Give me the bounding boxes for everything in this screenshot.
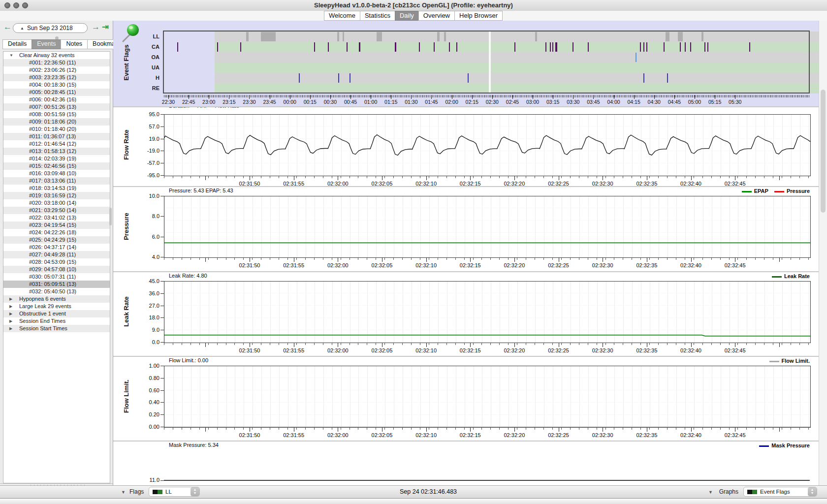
tree-item-row[interactable]: #012: 01:46:54 (12) bbox=[3, 140, 110, 148]
sidebar-tab-notes[interactable]: Notes bbox=[61, 39, 88, 49]
flags-stepper[interactable]: ▲▼ bbox=[191, 487, 199, 496]
tree-group-row[interactable]: ▶Hypopnea 6 events bbox=[3, 295, 110, 303]
graphs-stepper[interactable]: ▲▼ bbox=[808, 487, 817, 496]
x-axis-label: 02:32:45 bbox=[725, 262, 746, 268]
tree-item-row[interactable]: #007: 00:51:26 (13) bbox=[3, 103, 110, 111]
tree-item-row[interactable]: #002: 23:06:26 (12) bbox=[3, 66, 110, 74]
tree-item-row[interactable]: #031: 05:09:51 (13) bbox=[3, 281, 110, 288]
chart-title: Pressure: 5.43 EPAP: 5.43 bbox=[169, 188, 233, 193]
x-axis-label: 02:32:05 bbox=[372, 347, 393, 353]
triangle-right-icon[interactable]: ▶ bbox=[9, 303, 12, 310]
tree-item-row[interactable]: #006: 00:42:36 (16) bbox=[3, 96, 110, 103]
time-axis-label: 02:45 bbox=[506, 99, 519, 105]
y-axis-label: 9.0 bbox=[131, 327, 159, 333]
tree-group-row[interactable]: ▶Large Leak 29 events bbox=[3, 303, 110, 310]
tree-item-row[interactable]: #024: 04:22:26 (18) bbox=[3, 229, 110, 236]
prev-day-arrow-icon[interactable]: ← bbox=[3, 22, 12, 32]
chart-title: Mask Pressure: 5.34 bbox=[169, 442, 219, 448]
chart-title: Flow Limit.: 0.00 bbox=[169, 357, 208, 363]
time-axis-major-tick bbox=[189, 95, 189, 99]
tree-item-row[interactable]: #032: 05:40:50 (13) bbox=[3, 288, 110, 295]
tree-item-row[interactable]: #022: 03:41:02 (13) bbox=[3, 214, 110, 221]
time-axis-major-tick bbox=[270, 95, 270, 99]
tree-item-row[interactable]: #004: 00:18:30 (15) bbox=[3, 81, 110, 89]
current-date: Sun Sep 23 2018 bbox=[27, 25, 73, 32]
x-axis-major-tick bbox=[647, 343, 647, 347]
tab-welcome[interactable]: Welcome bbox=[324, 11, 360, 21]
x-axis-major-tick bbox=[647, 176, 647, 180]
x-axis-major-tick bbox=[426, 343, 427, 347]
event-flag-row-label-h: H bbox=[116, 75, 159, 81]
triangle-right-icon[interactable]: ▶ bbox=[9, 310, 12, 317]
x-axis-major-tick bbox=[205, 176, 206, 180]
tree-item-label: #026: 04:37:17 (14) bbox=[29, 244, 76, 251]
y-axis-tick bbox=[160, 342, 164, 343]
tree-group-row[interactable]: ▼Clear Airway 32 events bbox=[3, 52, 110, 59]
tree-item-row[interactable]: #015: 02:46:56 (15) bbox=[3, 162, 110, 170]
tree-item-row[interactable]: #008: 00:51:59 (15) bbox=[3, 111, 110, 118]
x-axis-major-tick bbox=[338, 258, 338, 262]
y-axis-label: 0.00 bbox=[131, 424, 159, 430]
tab-statistics[interactable]: Statistics bbox=[360, 11, 395, 21]
time-axis-label: 02:30 bbox=[486, 99, 499, 105]
time-axis-major-tick bbox=[391, 95, 391, 99]
next-day-arrow-icon[interactable]: → bbox=[92, 22, 100, 32]
tree-item-row[interactable]: #029: 04:57:08 (10) bbox=[3, 266, 110, 273]
tree-item-row[interactable]: #017: 03:13:06 (11) bbox=[3, 177, 110, 185]
time-axis-major-tick bbox=[533, 95, 533, 99]
time-axis-major-tick bbox=[472, 95, 473, 99]
chart-title-clipped: Duration — AHI — Flow Rate — bbox=[169, 107, 513, 110]
tree-item-row[interactable]: #010: 01:18:40 (20) bbox=[3, 126, 110, 133]
tree-item-row[interactable]: #003: 23:23:35 (12) bbox=[3, 74, 110, 81]
tree-item-row[interactable]: #013: 01:58:13 (12) bbox=[3, 148, 110, 155]
triangle-down-icon[interactable]: ▼ bbox=[9, 52, 13, 59]
tree-item-row[interactable]: #005: 00:28:45 (11) bbox=[3, 89, 110, 96]
tree-item-row[interactable]: #009: 01:18:06 (20) bbox=[3, 118, 110, 126]
tab-daily[interactable]: Daily bbox=[395, 11, 419, 21]
graphs-combobox[interactable]: Event Flags ▲▼ bbox=[743, 487, 817, 497]
tab-overview[interactable]: Overview bbox=[418, 11, 455, 21]
tree-item-row[interactable]: #001: 22:36:50 (11) bbox=[3, 59, 110, 66]
graph-scrollbar-thumb[interactable] bbox=[821, 90, 826, 213]
y-axis-tick bbox=[160, 330, 164, 330]
sidebar-tab-events[interactable]: Events bbox=[32, 39, 61, 49]
tab-help-browser[interactable]: Help Browser bbox=[454, 11, 503, 21]
tree-item-row[interactable]: #021: 03:29:50 (14) bbox=[3, 207, 110, 214]
tree-item-row[interactable]: #011: 01:36:07 (13) bbox=[3, 133, 110, 140]
time-axis-major-tick bbox=[634, 95, 635, 99]
tree-item-label: #013: 01:58:13 (12) bbox=[29, 148, 76, 155]
tree-item-row[interactable]: #014: 02:03:39 (19) bbox=[3, 155, 110, 162]
triangle-right-icon[interactable]: ▶ bbox=[9, 325, 12, 332]
tree-item-row[interactable]: #027: 04:49:28 (11) bbox=[3, 251, 110, 258]
tree-group-row[interactable]: ▶Session Start Times bbox=[3, 325, 110, 332]
time-axis-major-tick bbox=[593, 95, 594, 99]
tree-item-row[interactable]: #018: 03:14:53 (19) bbox=[3, 185, 110, 192]
tree-item-row[interactable]: #030: 05:07:31 (11) bbox=[3, 273, 110, 281]
tree-item-row[interactable]: #026: 04:37:17 (14) bbox=[3, 244, 110, 251]
tree-group-label: Session End Times bbox=[19, 317, 65, 325]
triangle-right-icon[interactable]: ▶ bbox=[9, 295, 12, 303]
sidebar-tab-details[interactable]: Details bbox=[2, 39, 32, 49]
date-up-triangle-icon[interactable]: ▲ bbox=[20, 26, 24, 31]
tree-item-row[interactable]: #025: 04:24:29 (15) bbox=[3, 236, 110, 244]
tree-item-row[interactable]: #023: 04:19:54 (15) bbox=[3, 221, 110, 229]
flags-collapse-triangle-icon[interactable]: ▼ bbox=[121, 490, 126, 495]
tree-item-row[interactable]: #020: 03:18:00 (14) bbox=[3, 199, 110, 207]
graph-scrollbar[interactable] bbox=[819, 21, 827, 485]
date-picker[interactable]: ▲ Sun Sep 23 2018 bbox=[13, 23, 88, 33]
graphs-collapse-triangle-icon[interactable]: ▼ bbox=[708, 490, 713, 495]
tree-group-row[interactable]: ▶Session End Times bbox=[3, 317, 110, 325]
triangle-right-icon[interactable]: ▶ bbox=[9, 317, 12, 325]
x-axis-label: 02:32:15 bbox=[460, 347, 481, 353]
pushpin-icon[interactable] bbox=[119, 22, 142, 44]
tree-group-row[interactable]: ▶Obstructive 1 event bbox=[3, 310, 110, 317]
flags-combobox[interactable]: LL ▲▼ bbox=[149, 487, 200, 497]
tree-item-row[interactable]: #016: 03:09:48 (10) bbox=[3, 170, 110, 177]
time-axis-major-tick bbox=[614, 95, 614, 99]
latest-day-arrow-icon[interactable]: ⇥ bbox=[102, 22, 109, 32]
tree-item-label: #010: 01:18:40 (20) bbox=[29, 126, 76, 133]
sidebar-scrollbar-thumb[interactable] bbox=[109, 208, 112, 225]
chart-legend: Flow Limit. bbox=[769, 358, 810, 364]
tree-item-row[interactable]: #028: 04:53:09 (15) bbox=[3, 258, 110, 266]
tree-item-row[interactable]: #019: 03:16:59 (12) bbox=[3, 192, 110, 199]
